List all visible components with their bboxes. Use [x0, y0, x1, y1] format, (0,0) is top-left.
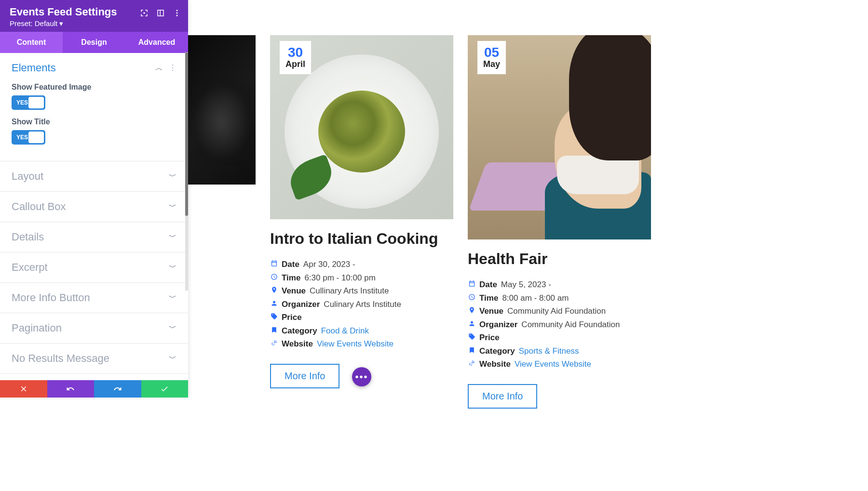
section-elements: Elements ︿ ⋮ Show Featured Image YES Sho…	[0, 53, 188, 161]
website-link[interactable]: View Events Website	[515, 358, 591, 371]
link-icon	[468, 359, 475, 367]
chevron-down-icon: ﹀	[169, 172, 176, 182]
panel-header: Events Feed Settings Preset: Default ▾	[0, 0, 188, 32]
calendar-icon	[468, 280, 475, 287]
chevron-down-icon: ▾	[59, 19, 63, 27]
detail-price: Price	[270, 311, 453, 324]
scrollbar[interactable]	[185, 52, 188, 291]
toggle-show-featured-image[interactable]: YES	[12, 95, 45, 110]
section-header-elements[interactable]: Elements ︿ ⋮	[0, 53, 188, 83]
detail-category: CategorySports & Fitness	[468, 345, 651, 358]
detail-date: DateApr 30, 2023 -	[270, 258, 453, 271]
section-header[interactable]: Layout﹀	[0, 161, 188, 191]
event-image	[188, 35, 256, 185]
chevron-down-icon: ﹀	[169, 202, 176, 212]
clock-icon	[270, 273, 278, 280]
detail-price: Price	[468, 332, 651, 344]
tag-icon	[270, 313, 278, 320]
event-image: 05 May	[468, 35, 651, 239]
section-callout-box: Callout Box﹀	[0, 192, 188, 222]
section-no-results-message: No Results Message﹀	[0, 344, 188, 374]
detail-venue: VenueCommunity Aid Foundation	[468, 305, 651, 318]
category-link[interactable]: Sports & Fitness	[519, 345, 579, 358]
chevron-down-icon: ﹀	[169, 293, 176, 303]
svg-rect-0	[144, 13, 145, 14]
category-link[interactable]: Food & Drink	[321, 325, 369, 337]
event-card: 05 May Health Fair DateMay 5, 2023 - Tim…	[468, 35, 651, 409]
detail-organizer: OrganizerCommunity Aid Foundation	[468, 318, 651, 331]
detail-time: Time8:00 am - 8:00 am	[468, 292, 651, 305]
svg-point-2	[176, 13, 178, 14]
section-pagination: Pagination﹀	[0, 313, 188, 344]
more-vertical-icon[interactable]: ⋮	[169, 64, 176, 72]
tab-advanced[interactable]: Advanced	[125, 32, 188, 53]
calendar-icon	[270, 260, 278, 267]
panel-footer	[0, 380, 188, 398]
field-show-title: Show Title YES	[12, 118, 176, 145]
tab-content[interactable]: Content	[0, 32, 63, 53]
preview-area: 30 April Intro to Italian Cooking DateAp…	[188, 0, 868, 409]
chevron-down-icon: ﹀	[169, 323, 176, 333]
svg-point-3	[176, 15, 178, 16]
event-card: 30 April Intro to Italian Cooking DateAp…	[270, 35, 453, 409]
cancel-button[interactable]	[0, 380, 47, 398]
focus-icon[interactable]	[140, 9, 149, 17]
date-badge: 05 May	[477, 41, 506, 74]
detail-time: Time6:30 pm - 10:00 pm	[270, 272, 453, 284]
more-vertical-icon[interactable]	[173, 9, 181, 17]
clock-icon	[468, 293, 475, 301]
sections-list[interactable]: Elements ︿ ⋮ Show Featured Image YES Sho…	[0, 53, 188, 381]
undo-button[interactable]	[47, 380, 95, 398]
tag-icon	[468, 333, 475, 340]
detail-website: WebsiteView Events Website	[468, 358, 651, 371]
section-excerpt: Excerpt﹀	[0, 252, 188, 283]
section-more-info-button: More Info Button﹀	[0, 283, 188, 313]
bookmark-icon	[270, 326, 278, 333]
panel-tabs: Content Design Advanced	[0, 32, 188, 53]
save-button[interactable]	[141, 380, 189, 398]
bookmark-icon	[468, 346, 475, 354]
person-icon	[468, 320, 475, 327]
chevron-up-icon: ︿	[155, 64, 163, 72]
scroll-thumb[interactable]	[185, 52, 188, 216]
event-title[interactable]: Intro to Italian Cooking	[270, 230, 453, 248]
person-icon	[270, 300, 278, 307]
detail-date: DateMay 5, 2023 -	[468, 279, 651, 291]
section-layout: Layout﹀	[0, 161, 188, 192]
more-info-button[interactable]: More Info	[270, 364, 339, 388]
section-header[interactable]: Pagination﹀	[0, 313, 188, 343]
link-icon	[270, 339, 278, 346]
section-header[interactable]: Callout Box﹀	[0, 192, 188, 222]
detail-venue: VenueCullinary Arts Institute	[270, 285, 453, 297]
columns-icon[interactable]	[156, 9, 165, 17]
event-image: 30 April	[270, 35, 453, 219]
pin-icon	[468, 306, 475, 314]
redo-button[interactable]	[94, 380, 141, 398]
section-header[interactable]: More Info Button﹀	[0, 283, 188, 313]
date-badge: 30 April	[280, 41, 311, 74]
chevron-down-icon: ﹀	[169, 232, 176, 242]
website-link[interactable]: View Events Website	[317, 338, 393, 350]
detail-category: CategoryFood & Drink	[270, 325, 453, 337]
settings-panel: Events Feed Settings Preset: Default ▾ C…	[0, 0, 188, 398]
field-show-featured-image: Show Featured Image YES	[12, 83, 176, 110]
detail-organizer: OrganizerCulinary Arts Institute	[270, 298, 453, 311]
section-header[interactable]: Details﹀	[0, 222, 188, 252]
module-actions-fab[interactable]: •••	[352, 367, 371, 386]
toggle-show-title[interactable]: YES	[12, 130, 45, 145]
event-title[interactable]: Health Fair	[468, 250, 651, 268]
tab-design[interactable]: Design	[63, 32, 125, 53]
chevron-down-icon: ﹀	[169, 263, 176, 273]
detail-website: WebsiteView Events Website	[270, 338, 453, 350]
chevron-down-icon: ﹀	[169, 354, 176, 364]
preset-selector[interactable]: Preset: Default ▾	[10, 19, 178, 28]
pin-icon	[270, 286, 278, 293]
svg-point-1	[176, 10, 178, 11]
section-header[interactable]: Excerpt﹀	[0, 252, 188, 282]
event-card-partial	[188, 0, 256, 409]
section-header[interactable]: No Results Message﹀	[0, 344, 188, 373]
more-info-button[interactable]: More Info	[468, 384, 537, 409]
section-details: Details﹀	[0, 222, 188, 252]
